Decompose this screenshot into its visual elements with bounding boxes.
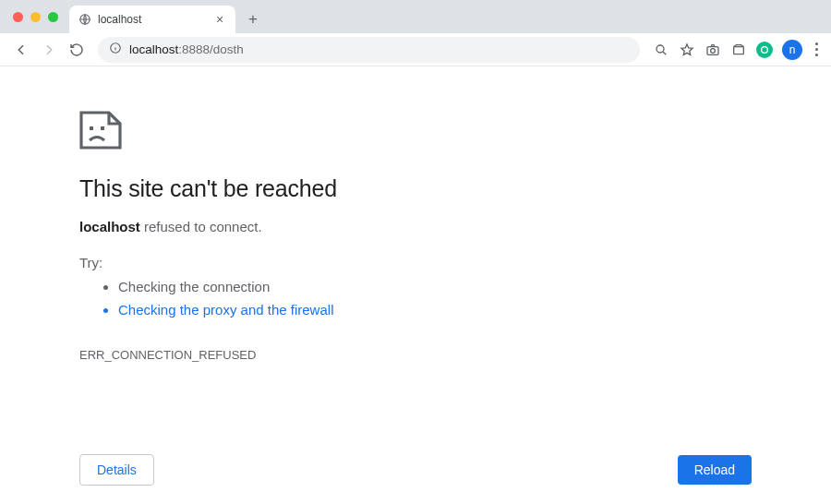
reload-page-button[interactable]: Reload bbox=[678, 455, 752, 485]
svg-rect-5 bbox=[734, 46, 744, 54]
forward-button[interactable] bbox=[37, 38, 61, 62]
globe-icon bbox=[78, 13, 91, 26]
window-close-button[interactable] bbox=[13, 12, 23, 22]
window-controls bbox=[7, 0, 69, 33]
window-minimize-button[interactable] bbox=[30, 12, 41, 22]
svg-rect-7 bbox=[90, 126, 93, 130]
back-button[interactable] bbox=[9, 38, 33, 62]
svg-point-2 bbox=[656, 45, 664, 53]
try-label: Try: bbox=[79, 255, 652, 270]
zoom-icon[interactable] bbox=[653, 42, 669, 58]
window-maximize-button[interactable] bbox=[48, 12, 58, 22]
new-tab-button[interactable]: + bbox=[241, 7, 265, 31]
svg-rect-3 bbox=[707, 46, 718, 54]
sad-page-icon bbox=[79, 111, 122, 150]
error-title: This site can't be reached bbox=[79, 175, 652, 202]
site-info-icon[interactable] bbox=[109, 42, 122, 57]
svg-rect-8 bbox=[101, 126, 104, 130]
tab-title: localhost bbox=[98, 13, 207, 26]
tab-close-button[interactable]: × bbox=[213, 12, 226, 27]
chrome-menu-button[interactable] bbox=[812, 42, 822, 56]
error-interstitial: This site can't be reached localhost ref… bbox=[79, 111, 652, 362]
error-code: ERR_CONNECTION_REFUSED bbox=[79, 348, 652, 362]
svg-point-6 bbox=[762, 46, 768, 53]
extension-round-icon[interactable] bbox=[756, 42, 773, 58]
button-row: Details Reload bbox=[79, 454, 752, 486]
suggestion-list: Checking the connection Checking the pro… bbox=[79, 276, 652, 322]
suggestion-item: Checking the connection bbox=[118, 276, 652, 299]
reload-button[interactable] bbox=[65, 38, 89, 62]
browser-tab[interactable]: localhost × bbox=[69, 6, 235, 33]
url-text: localhost:8888/dosth bbox=[129, 42, 244, 56]
profile-avatar[interactable]: n bbox=[782, 40, 802, 60]
extension-icon[interactable] bbox=[730, 42, 747, 58]
avatar-initial: n bbox=[789, 43, 796, 56]
tab-strip: localhost × + bbox=[0, 0, 831, 33]
address-bar[interactable]: localhost:8888/dosth bbox=[98, 37, 640, 63]
page-content: This site can't be reached localhost ref… bbox=[0, 66, 831, 504]
toolbar-actions: n bbox=[649, 40, 822, 60]
camera-icon[interactable] bbox=[705, 42, 721, 58]
svg-point-4 bbox=[711, 48, 716, 53]
browser-toolbar: localhost:8888/dosth n bbox=[0, 33, 831, 66]
bookmark-star-icon[interactable] bbox=[679, 42, 695, 58]
error-message: localhost refused to connect. bbox=[79, 219, 652, 234]
details-button[interactable]: Details bbox=[79, 454, 154, 486]
suggestion-link[interactable]: Checking the proxy and the firewall bbox=[118, 299, 652, 322]
